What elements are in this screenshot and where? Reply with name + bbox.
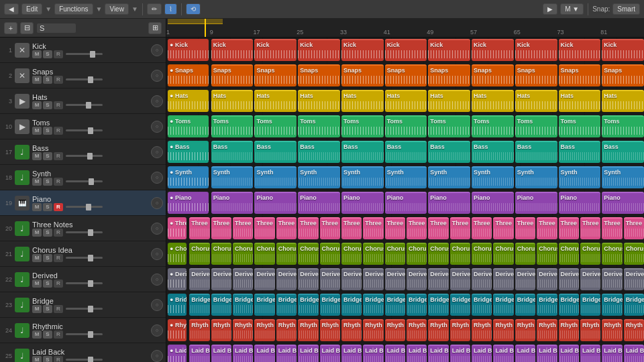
region-clip[interactable]: Chorus	[320, 243, 340, 265]
region-clip[interactable]: Toms	[211, 115, 254, 137]
mute-bass[interactable]: M	[32, 152, 42, 160]
mute-snaps[interactable]: M	[32, 76, 42, 84]
view-menu[interactable]: View	[105, 3, 129, 15]
fader-chorus[interactable]	[66, 257, 103, 259]
region-clip[interactable]: Rhyth	[515, 319, 535, 341]
record-rhythmic[interactable]: R	[54, 330, 63, 339]
region-clip[interactable]: Three	[624, 217, 644, 239]
region-clip[interactable]: Rhyth	[341, 319, 362, 341]
solo-rhythmic[interactable]: S	[43, 330, 52, 339]
region-clip[interactable]: Synth	[211, 166, 254, 188]
region-clip[interactable]: Laid Ba	[211, 345, 231, 362]
region-clip[interactable]: Derive	[211, 268, 231, 290]
region-clip[interactable]: Piano	[298, 192, 340, 214]
region-clip[interactable]: Rhyth	[363, 319, 383, 341]
region-clip[interactable]: Synth	[428, 166, 470, 188]
region-clip[interactable]: Bridge	[407, 294, 427, 316]
region-clip[interactable]: Chorus	[450, 243, 470, 265]
region-clip[interactable]: Snaps	[559, 64, 601, 86]
region-clip[interactable]: Toms	[559, 115, 601, 137]
region-clip[interactable]: ● Hats	[168, 90, 209, 112]
region-clip[interactable]: Bridge	[211, 294, 231, 316]
mute-chorus[interactable]: M	[32, 254, 42, 262]
region-clip[interactable]: Laid Ba	[385, 345, 405, 362]
fader-bridge[interactable]	[66, 308, 103, 310]
mute-hats[interactable]: M	[32, 101, 42, 109]
region-clip[interactable]: Chorus	[537, 243, 557, 265]
region-clip[interactable]: Rhyth	[450, 319, 470, 341]
fader-synth[interactable]	[66, 180, 103, 182]
region-clip[interactable]: ● Snaps	[168, 64, 209, 86]
region-clip[interactable]: Derive	[385, 268, 405, 290]
region-clip[interactable]: Chorus	[189, 243, 209, 265]
record-snaps[interactable]: R	[54, 76, 63, 84]
region-clip[interactable]: Rhyth	[298, 319, 318, 341]
region-clip[interactable]: Kick	[341, 39, 384, 61]
region-clip[interactable]: Rhyth	[428, 319, 448, 341]
region-clip[interactable]: Bass	[428, 141, 470, 163]
region-clip[interactable]: Hats	[602, 90, 644, 112]
mute-three[interactable]: M	[32, 229, 42, 237]
region-clip[interactable]: Hats	[298, 90, 340, 112]
record-chorus[interactable]: R	[54, 254, 63, 262]
region-clip[interactable]: Chorus	[472, 243, 492, 265]
region-clip[interactable]: Derive	[450, 268, 470, 290]
region-clip[interactable]: Three	[602, 217, 622, 239]
region-clip[interactable]: Three	[407, 217, 427, 239]
pointer-mode[interactable]: ▶	[543, 3, 557, 15]
region-clip[interactable]: Toms	[385, 115, 427, 137]
region-clip[interactable]: Chorus	[211, 243, 231, 265]
region-clip[interactable]: Three	[254, 217, 274, 239]
region-clip[interactable]: Three	[298, 217, 318, 239]
fader-laidback[interactable]	[66, 359, 103, 361]
region-clip[interactable]: Laid Ba	[276, 345, 297, 362]
region-clip[interactable]: Laid Ba	[472, 345, 492, 362]
region-clip[interactable]: Laid Ba	[559, 345, 579, 362]
region-clip[interactable]: Hats	[559, 90, 601, 112]
volume-synth[interactable]: ○	[151, 172, 163, 184]
region-clip[interactable]: Chorus	[515, 243, 535, 265]
region-clip[interactable]: ● Toms	[168, 115, 209, 137]
region-clip[interactable]: Rhyth	[385, 319, 405, 341]
volume-derived[interactable]: ○	[151, 274, 163, 286]
snap-value[interactable]: Smart	[612, 3, 640, 15]
region-clip[interactable]: Laid Ba	[233, 345, 253, 362]
region-clip[interactable]: Rhyth	[189, 319, 209, 341]
region-clip[interactable]: Bridge	[363, 294, 383, 316]
edit-menu[interactable]: Edit	[21, 3, 42, 15]
region-clip[interactable]: Laid Ba	[298, 345, 318, 362]
region-clip[interactable]: Derive	[407, 268, 427, 290]
region-clip[interactable]: Bridge	[537, 294, 557, 316]
mute-laidback[interactable]: M	[32, 356, 42, 363]
volume-rhythmic[interactable]: ○	[151, 324, 163, 337]
region-clip[interactable]: Synth	[602, 166, 644, 188]
region-clip[interactable]: Kick	[298, 39, 340, 61]
region-clip[interactable]: Bridge	[298, 294, 318, 316]
region-clip[interactable]: Laid Ba	[254, 345, 274, 362]
region-clip[interactable]: Derive	[559, 268, 579, 290]
region-clip[interactable]: Bass	[298, 141, 340, 163]
region-clip[interactable]: Rhyth	[624, 319, 644, 341]
solo-bridge[interactable]: S	[43, 305, 52, 313]
region-clip[interactable]: ● Rhyth	[168, 319, 186, 341]
region-clip[interactable]: Rhyth	[211, 319, 231, 341]
region-clip[interactable]: Derive	[276, 268, 297, 290]
region-clip[interactable]: Toms	[428, 115, 470, 137]
add-track-button[interactable]: +	[4, 22, 17, 34]
timeline-ruler[interactable]: 19172533414957657381	[166, 19, 644, 38]
fader-piano[interactable]	[66, 206, 103, 208]
region-clip[interactable]: Three	[276, 217, 297, 239]
fader-rhythmic[interactable]	[66, 333, 103, 335]
region-clip[interactable]: Hats	[472, 90, 514, 112]
solo-chorus[interactable]: S	[43, 254, 52, 262]
region-clip[interactable]: Piano	[385, 192, 427, 214]
region-clip[interactable]: Rhyth	[493, 319, 513, 341]
region-clip[interactable]: Rhyth	[559, 319, 579, 341]
region-clip[interactable]: Snaps	[385, 64, 427, 86]
record-bridge[interactable]: R	[54, 305, 63, 313]
region-clip[interactable]: ● Bridge	[168, 294, 186, 316]
region-clip[interactable]: ● Bass	[168, 141, 209, 163]
track-grid-button[interactable]: ⊞	[148, 22, 162, 34]
region-clip[interactable]: Laid Ba	[407, 345, 427, 362]
back-button[interactable]: ◀	[4, 3, 19, 15]
